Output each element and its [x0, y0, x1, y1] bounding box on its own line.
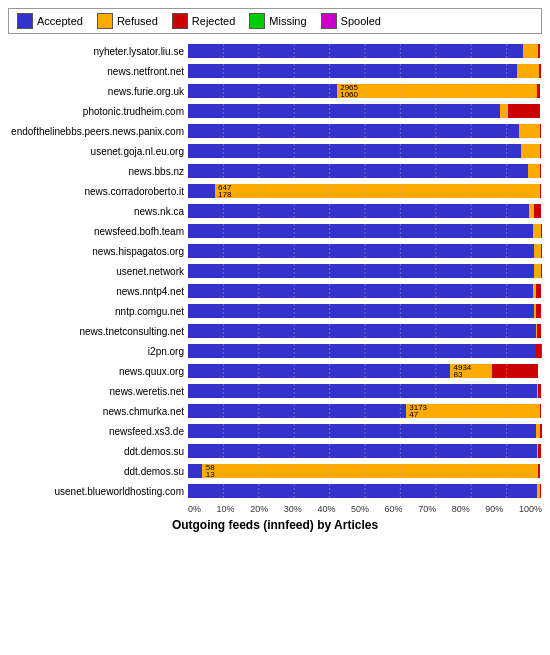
refused-segment	[500, 104, 509, 118]
rejected-segment	[540, 144, 541, 158]
bar-label: news.chmurka.net	[8, 406, 188, 417]
x-axis-labels: 0%10%20%30%40%50%60%70%80%90%100%	[188, 504, 542, 514]
refused-color	[97, 13, 113, 29]
bar-label: ddt.demos.su	[8, 466, 188, 477]
table-row: news.netfront.net65772992	[8, 62, 542, 80]
table-row: news.tnetconsulting.net660396	[8, 322, 542, 340]
refused-segment	[523, 44, 538, 58]
legend-item-refused: Refused	[97, 13, 158, 29]
bar-value-inline: 317347	[409, 404, 427, 418]
table-row: endofthelinebbs.peers.news.panix.com6604…	[8, 122, 542, 140]
legend-label-missing: Missing	[269, 15, 306, 27]
bar-label: ddt.demos.su	[8, 446, 188, 457]
table-row: news.quux.org493483493483	[8, 362, 542, 380]
bar-label: news.bbs.nz	[8, 166, 188, 177]
chart-title: Outgoing feeds (innfeed) by Articles	[8, 518, 542, 532]
refused-segment	[517, 64, 539, 78]
bar-value-inline: 493483	[454, 364, 472, 378]
refused-segment	[215, 184, 541, 198]
bar-label: news.quux.org	[8, 366, 188, 377]
rejected-segment	[536, 304, 541, 318]
bar-label: endofthelinebbs.peers.news.panix.com	[8, 126, 188, 137]
accepted-segment	[188, 344, 536, 358]
table-row: news.chmurka.net317347317347	[8, 402, 542, 420]
table-row: nyheter.lysator.liu.se66073507	[8, 42, 542, 60]
accepted-segment	[188, 464, 202, 478]
bar-label: news.nk.ca	[8, 206, 188, 217]
rejected-segment	[537, 84, 541, 98]
accepted-segment	[188, 264, 534, 278]
accepted-segment	[188, 404, 406, 418]
x-axis-label: 0%	[188, 504, 201, 514]
rejected-segment	[538, 444, 541, 458]
bar-label: newsfeed.xs3.de	[8, 426, 188, 437]
legend-label-spooled: Spooled	[341, 15, 381, 27]
table-row: usenet.goja.nl.eu.org5928373	[8, 142, 542, 160]
legend-item-rejected: Rejected	[172, 13, 235, 29]
legend-item-missing: Missing	[249, 13, 306, 29]
spooled-color	[321, 13, 337, 29]
bar-label: news.tnetconsulting.net	[8, 326, 188, 337]
table-row: usenet.network6093141	[8, 262, 542, 280]
refused-segment	[528, 164, 540, 178]
accepted-segment	[188, 284, 533, 298]
x-axis-label: 50%	[351, 504, 369, 514]
rejected-segment	[540, 184, 541, 198]
refused-segment	[337, 84, 537, 98]
bar-label: nntp.comgu.net	[8, 306, 188, 317]
rejected-segment	[538, 44, 540, 58]
legend-label-refused: Refused	[117, 15, 158, 27]
rejected-segment	[508, 104, 540, 118]
rejected-segment	[540, 164, 542, 178]
table-row: usenet.blueworldhosting.com54903	[8, 482, 542, 500]
accepted-segment	[188, 484, 537, 498]
accepted-segment	[188, 64, 517, 78]
x-axis-label: 90%	[485, 504, 503, 514]
bar-label: usenet.blueworldhosting.com	[8, 486, 188, 497]
x-axis-label: 100%	[519, 504, 542, 514]
legend-item-accepted: Accepted	[17, 13, 83, 29]
refused-segment	[519, 124, 539, 138]
table-row: nntp.comgu.net6127105	[8, 302, 542, 320]
table-row: news.nntp4.net6522115	[8, 282, 542, 300]
legend-label-rejected: Rejected	[192, 15, 235, 27]
bar-label: i2pn.org	[8, 346, 188, 357]
rejected-segment	[536, 284, 542, 298]
accepted-segment	[188, 384, 537, 398]
rejected-segment	[538, 464, 540, 478]
rejected-segment	[540, 404, 541, 418]
table-row: news.bbs.nz6616268	[8, 162, 542, 180]
bar-label: usenet.network	[8, 266, 188, 277]
chart-area: nyheter.lysator.liu.se66073507news.netfr…	[8, 42, 542, 500]
bar-label: news.netfront.net	[8, 66, 188, 77]
bar-label: news.corradoroberto.it	[8, 186, 188, 197]
legend: Accepted Refused Rejected Missing Spoole…	[8, 8, 542, 34]
bar-label: news.weretis.net	[8, 386, 188, 397]
bar-label: news.nntp4.net	[8, 286, 188, 297]
rejected-segment	[540, 124, 541, 138]
rejected-segment	[534, 204, 541, 218]
accepted-segment	[188, 144, 521, 158]
x-axis-label: 20%	[250, 504, 268, 514]
accepted-segment	[188, 224, 533, 238]
table-row: news.weretis.net660682	[8, 382, 542, 400]
bar-label: newsfeed.bofh.team	[8, 226, 188, 237]
bar-value-inline: 29651060	[340, 84, 358, 98]
accepted-segment	[188, 184, 215, 198]
table-row: i2pn.org617596	[8, 342, 542, 360]
refused-segment	[534, 244, 541, 258]
refused-segment	[202, 464, 538, 478]
bar-value-inline: 647178	[218, 184, 231, 198]
legend-label-accepted: Accepted	[37, 15, 83, 27]
bar-label: photonic.trudheim.com	[8, 106, 188, 117]
x-axis-label: 10%	[217, 504, 235, 514]
table-row: news.furie.org.uk2965106029651060	[8, 82, 542, 100]
rejected-segment	[540, 484, 541, 498]
x-axis: 0%10%20%30%40%50%60%70%80%90%100%	[8, 504, 542, 514]
legend-item-spooled: Spooled	[321, 13, 381, 29]
accepted-segment	[188, 204, 529, 218]
accepted-segment	[188, 444, 537, 458]
accepted-segment	[188, 104, 500, 118]
table-row: ddt.demos.su721022	[8, 442, 542, 460]
bar-label: news.hispagatos.org	[8, 246, 188, 257]
